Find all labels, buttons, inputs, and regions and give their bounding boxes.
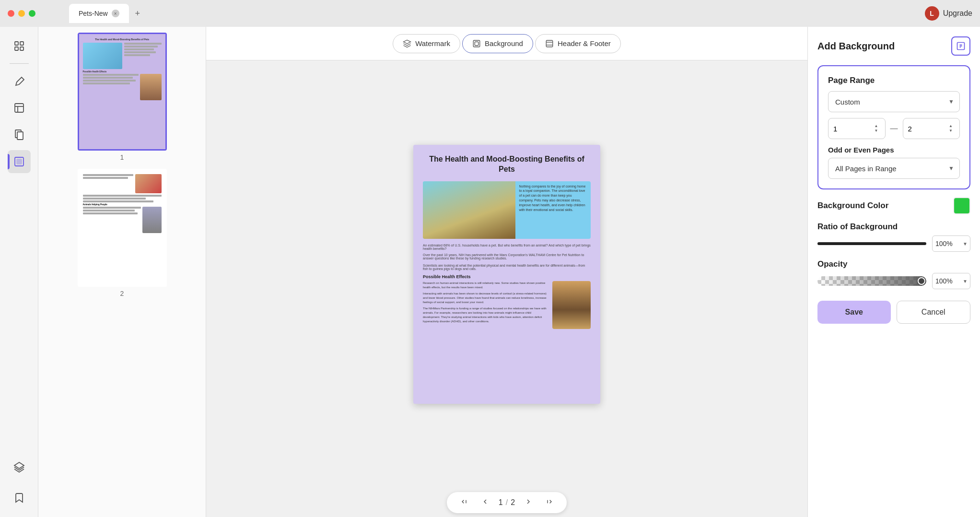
thumbnail-2[interactable]: Animals Helping People 2 xyxy=(78,169,167,297)
range-to-spinners: ▲ ▼ xyxy=(947,124,955,133)
avatar: L xyxy=(925,6,939,21)
prev-page-btn[interactable] xyxy=(478,496,493,509)
last-page-btn[interactable] xyxy=(542,496,557,509)
page-nav: 1 / 2 xyxy=(206,488,807,517)
background-btn[interactable]: Background xyxy=(462,34,533,53)
thumb-image-2: Animals Helping People xyxy=(79,170,165,285)
svg-rect-10 xyxy=(17,159,22,164)
doc-bottom-text2: Research on human-animal interactions is… xyxy=(423,281,548,329)
page-range-section: Page Range Custom All Pages First Page L… xyxy=(817,65,970,189)
next-page-btn[interactable] xyxy=(521,496,536,509)
range-dash: — xyxy=(890,124,898,133)
thumb-label-2: 2 xyxy=(120,290,124,297)
doc-bottom-image xyxy=(552,281,591,329)
svg-rect-13 xyxy=(475,42,478,46)
toolbar: Watermark Background Header & Footer xyxy=(206,27,807,60)
doc-container: The Health and Mood-Boosting Benefits of… xyxy=(206,60,807,517)
tab-close-btn[interactable]: × xyxy=(112,10,119,17)
maximize-dot[interactable] xyxy=(29,10,35,17)
doc-hero-text: Nothing compares to the joy of coming ho… xyxy=(515,181,591,239)
sidebar-divider xyxy=(10,63,29,64)
color-swatch[interactable] xyxy=(953,197,970,214)
range-from-input: 1 ▲ ▼ xyxy=(828,118,886,139)
opacity-row: 100% 90% 80% ▼ xyxy=(817,273,970,289)
thumb-wrapper-2: Animals Helping People xyxy=(78,169,167,287)
sidebar-item-background[interactable] xyxy=(8,150,31,173)
left-sidebar xyxy=(0,27,38,517)
svg-rect-4 xyxy=(15,104,23,112)
background-color-row: Background Color xyxy=(817,197,970,214)
thumb-page-2: Animals Helping People xyxy=(79,170,165,285)
new-tab-btn[interactable]: + xyxy=(131,7,144,20)
opacity-select-wrapper: 100% 90% 80% ▼ xyxy=(932,273,970,289)
cancel-button[interactable]: Cancel xyxy=(897,301,971,324)
panel-action-btn[interactable] xyxy=(951,36,970,56)
current-page: 1 xyxy=(499,498,503,507)
range-from-down[interactable]: ▼ xyxy=(873,129,880,133)
page-separator: / xyxy=(506,498,508,507)
first-page-btn[interactable] xyxy=(456,496,472,509)
page-range-select-wrapper: Custom All Pages First Page Last Page Od… xyxy=(828,91,960,112)
sidebar-item-thumbnails[interactable] xyxy=(8,35,31,58)
thumb-image-1: The Health and Mood-Boosting Benefits of… xyxy=(79,34,165,149)
upgrade-label: Upgrade xyxy=(943,9,972,18)
titlebar: Pets-New × + L Upgrade xyxy=(0,0,980,27)
header-footer-btn[interactable]: Header & Footer xyxy=(535,34,621,53)
doc-page: The Health and Mood-Boosting Benefits of… xyxy=(413,145,600,404)
doc-area: The Health and Mood-Boosting Benefits of… xyxy=(206,60,807,488)
thumb-wrapper-1: The Health and Mood-Boosting Benefits of… xyxy=(78,33,167,151)
nav-bar: 1 / 2 xyxy=(447,492,567,513)
doc-hero: Nothing compares to the joy of coming ho… xyxy=(423,181,591,239)
thumbnail-1[interactable]: The Health and Mood-Boosting Benefits of… xyxy=(78,33,167,161)
opacity-section: Opacity 100% 90% 80% ▼ xyxy=(817,259,970,289)
svg-rect-0 xyxy=(15,42,18,45)
watermark-btn[interactable]: Watermark xyxy=(393,34,460,53)
range-from-up[interactable]: ▲ xyxy=(873,124,880,129)
page-range-label: Page Range xyxy=(828,76,960,85)
doc-title: The Health and Mood-Boosting Benefits of… xyxy=(423,154,591,175)
doc-bottom-text: Scientists are looking at what the poten… xyxy=(423,264,591,270)
thumbnails-panel: The Health and Mood-Boosting Benefits of… xyxy=(38,27,206,517)
thumb-page-1: The Health and Mood-Boosting Benefits of… xyxy=(79,34,165,149)
sidebar-item-edit[interactable] xyxy=(8,96,31,119)
ratio-label: Ratio of Background xyxy=(817,222,970,232)
save-button[interactable]: Save xyxy=(817,301,891,324)
sidebar-item-layers[interactable] xyxy=(8,456,31,479)
odd-even-select-wrapper: All Pages in Range Odd Pages Only Even P… xyxy=(828,158,960,179)
range-to-up[interactable]: ▲ xyxy=(947,124,955,129)
ratio-dropdown[interactable]: 100% 90% 80% 75% 50% xyxy=(932,235,970,252)
minimize-dot[interactable] xyxy=(18,10,25,17)
opacity-thumb xyxy=(918,277,925,285)
background-label: Background xyxy=(485,39,523,47)
opacity-slider-track[interactable] xyxy=(817,276,926,286)
svg-rect-2 xyxy=(15,47,18,50)
ratio-select-wrapper: 100% 90% 80% 75% 50% ▼ xyxy=(932,235,970,252)
sidebar-item-pages[interactable] xyxy=(8,123,31,146)
doc-para1: An estimated 68% of U.S. households have… xyxy=(423,244,591,250)
page-range-dropdown[interactable]: Custom All Pages First Page Last Page Od… xyxy=(828,91,960,112)
panel-header: Add Background xyxy=(817,36,970,56)
thumb-label-1: 1 xyxy=(120,153,124,161)
svg-rect-1 xyxy=(20,42,23,45)
ratio-value-wrapper: 100% 90% 80% 75% 50% ▼ xyxy=(932,235,970,252)
ratio-slider-track[interactable] xyxy=(817,242,926,245)
sidebar-item-bookmark[interactable] xyxy=(8,486,31,509)
doc-para2: Over the past 10 years, NIH has partnere… xyxy=(423,253,591,260)
range-inputs: 1 ▲ ▼ — 2 ▲ ▼ xyxy=(828,118,960,139)
svg-rect-8 xyxy=(17,132,23,140)
upgrade-button[interactable]: L Upgrade xyxy=(925,6,972,21)
bg-color-label: Background Color xyxy=(817,201,888,211)
sidebar-item-annotate[interactable] xyxy=(8,70,31,93)
range-from-field[interactable]: 1 xyxy=(833,125,862,133)
odd-even-dropdown[interactable]: All Pages in Range Odd Pages Only Even P… xyxy=(828,158,960,179)
total-pages: 2 xyxy=(511,498,515,507)
tab-bar: Pets-New × + xyxy=(69,4,144,23)
active-tab[interactable]: Pets-New × xyxy=(69,4,129,23)
range-to-field[interactable]: 2 xyxy=(908,125,936,133)
ratio-section: Ratio of Background 100% 90% 80% 75% 50% xyxy=(817,222,970,252)
opacity-dropdown[interactable]: 100% 90% 80% xyxy=(932,273,970,289)
range-to-down[interactable]: ▼ xyxy=(947,129,955,133)
right-panel: Add Background Page Range Custom All Pag… xyxy=(807,27,980,517)
traffic-lights xyxy=(8,10,35,17)
close-dot[interactable] xyxy=(8,10,14,17)
